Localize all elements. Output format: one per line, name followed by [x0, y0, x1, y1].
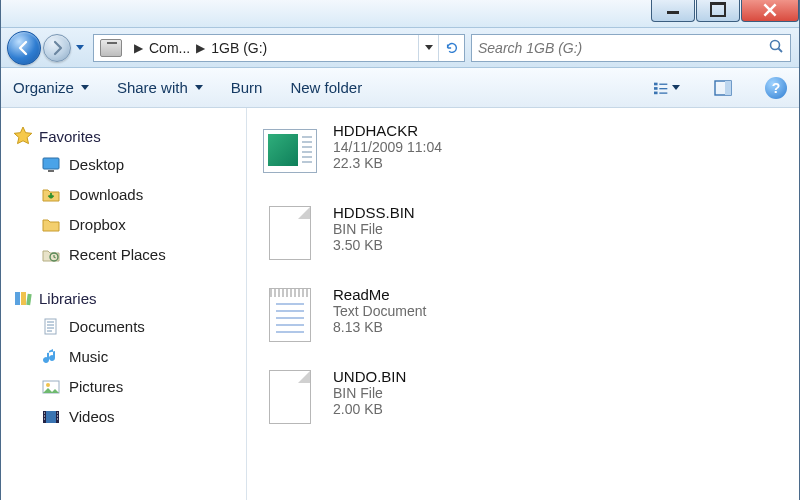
- svg-rect-8: [725, 81, 731, 95]
- address-row: ▶ Com... ▶ 1GB (G:): [1, 28, 799, 68]
- sidebar-item-pictures[interactable]: Pictures: [11, 372, 242, 402]
- file-size: 3.50 KB: [333, 237, 415, 253]
- arrow-right-icon: [49, 40, 65, 56]
- address-history-dropdown[interactable]: [418, 35, 438, 61]
- sidebar-item-label: Recent Places: [69, 244, 166, 266]
- burn-button[interactable]: Burn: [231, 79, 263, 96]
- breadcrumb-segment[interactable]: Com...: [149, 40, 190, 56]
- organize-menu[interactable]: Organize: [13, 79, 89, 96]
- breadcrumb-separator-icon: ▶: [190, 41, 211, 55]
- command-toolbar: Organize Share with Burn New folder ?: [1, 68, 799, 108]
- documents-icon: [41, 317, 61, 337]
- file-name: HDDHACKR: [333, 122, 442, 139]
- file-item[interactable]: HDDHACKR 14/11/2009 11:04 22.3 KB: [257, 116, 789, 198]
- window-controls: [650, 0, 799, 22]
- videos-icon: [41, 407, 61, 427]
- file-date: 14/11/2009 11:04: [333, 139, 442, 155]
- view-options-icon: [654, 81, 670, 95]
- music-icon: [41, 347, 61, 367]
- svg-rect-14: [26, 294, 31, 305]
- titlebar: [1, 0, 799, 28]
- organize-label: Organize: [13, 79, 74, 96]
- sidebar-item-downloads[interactable]: Downloads: [11, 180, 242, 210]
- svg-rect-9: [43, 158, 59, 169]
- sidebar-item-label: Downloads: [69, 184, 143, 206]
- svg-rect-1: [654, 82, 658, 85]
- sidebar-item-desktop[interactable]: Desktop: [11, 150, 242, 180]
- close-button[interactable]: [741, 0, 799, 22]
- libraries-header[interactable]: Libraries: [11, 284, 242, 312]
- desktop-icon: [41, 155, 61, 175]
- pictures-icon: [41, 377, 61, 397]
- file-item[interactable]: HDDSS.BIN BIN File 3.50 KB: [257, 198, 789, 280]
- sidebar-item-dropbox[interactable]: Dropbox: [11, 210, 242, 240]
- refresh-button[interactable]: [438, 35, 464, 61]
- svg-rect-10: [48, 170, 54, 172]
- file-size: 22.3 KB: [333, 155, 442, 171]
- star-icon: [13, 126, 33, 146]
- svg-rect-4: [659, 88, 667, 89]
- sidebar-item-documents[interactable]: Documents: [11, 312, 242, 342]
- close-icon: [763, 3, 777, 17]
- libraries-icon: [13, 288, 33, 308]
- forward-button[interactable]: [43, 34, 71, 62]
- search-icon: [768, 38, 784, 58]
- sidebar-item-label: Documents: [69, 316, 145, 338]
- back-button[interactable]: [7, 31, 41, 65]
- refresh-icon: [445, 41, 459, 55]
- svg-rect-12: [15, 292, 20, 305]
- sidebar-item-videos[interactable]: Videos: [11, 402, 242, 432]
- minimize-button[interactable]: [651, 0, 695, 22]
- svg-rect-13: [21, 292, 26, 305]
- svg-rect-3: [654, 87, 658, 90]
- preview-pane-button[interactable]: [709, 75, 737, 101]
- search-box[interactable]: [471, 34, 791, 62]
- file-item[interactable]: ReadMe Text Document 8.13 KB: [257, 280, 789, 362]
- sidebar-item-label: Videos: [69, 406, 115, 428]
- address-bar[interactable]: ▶ Com... ▶ 1GB (G:): [93, 34, 465, 62]
- breadcrumb-separator-icon: ▶: [128, 41, 149, 55]
- file-meta: HDDHACKR 14/11/2009 11:04 22.3 KB: [333, 122, 442, 171]
- breadcrumb-segment[interactable]: 1GB (G:): [211, 40, 267, 56]
- generic-file-icon: [269, 370, 311, 424]
- file-item[interactable]: UNDO.BIN BIN File 2.00 KB: [257, 362, 789, 444]
- file-name: HDDSS.BIN: [333, 204, 415, 221]
- sidebar-item-label: Desktop: [69, 154, 124, 176]
- help-button[interactable]: ?: [765, 77, 787, 99]
- file-type: BIN File: [333, 385, 406, 401]
- svg-rect-6: [659, 92, 667, 93]
- svg-rect-2: [659, 83, 667, 84]
- file-meta: HDDSS.BIN BIN File 3.50 KB: [333, 204, 415, 253]
- explorer-body: Favorites Desktop Downloads Dropbox Rece…: [1, 108, 799, 500]
- share-menu[interactable]: Share with: [117, 79, 203, 96]
- file-type: BIN File: [333, 221, 415, 237]
- file-thumbnail: [261, 204, 319, 262]
- file-size: 8.13 KB: [333, 319, 426, 335]
- sidebar-item-recent[interactable]: Recent Places: [11, 240, 242, 270]
- maximize-button[interactable]: [696, 0, 740, 22]
- view-options-button[interactable]: [653, 75, 681, 101]
- svg-point-0: [771, 40, 780, 49]
- explorer-window: ▶ Com... ▶ 1GB (G:) Organize Share with …: [0, 0, 800, 500]
- burn-label: Burn: [231, 79, 263, 96]
- file-list: HDDHACKR 14/11/2009 11:04 22.3 KB HDDSS.…: [247, 108, 799, 500]
- arrow-left-icon: [16, 40, 32, 56]
- favorites-header[interactable]: Favorites: [11, 122, 242, 150]
- recent-pages-dropdown[interactable]: [73, 45, 87, 50]
- share-label: Share with: [117, 79, 188, 96]
- new-folder-label: New folder: [290, 79, 362, 96]
- navigation-pane: Favorites Desktop Downloads Dropbox Rece…: [1, 108, 247, 500]
- search-input[interactable]: [478, 40, 768, 56]
- downloads-icon: [41, 185, 61, 205]
- new-folder-button[interactable]: New folder: [290, 79, 362, 96]
- dropbox-icon: [41, 215, 61, 235]
- file-size: 2.00 KB: [333, 401, 406, 417]
- file-thumbnail: [261, 368, 319, 426]
- file-meta: UNDO.BIN BIN File 2.00 KB: [333, 368, 406, 417]
- file-type: Text Document: [333, 303, 426, 319]
- svg-rect-5: [654, 91, 658, 94]
- file-thumbnail: [261, 286, 319, 344]
- file-thumbnail: [261, 122, 319, 180]
- generic-file-icon: [269, 206, 311, 260]
- sidebar-item-music[interactable]: Music: [11, 342, 242, 372]
